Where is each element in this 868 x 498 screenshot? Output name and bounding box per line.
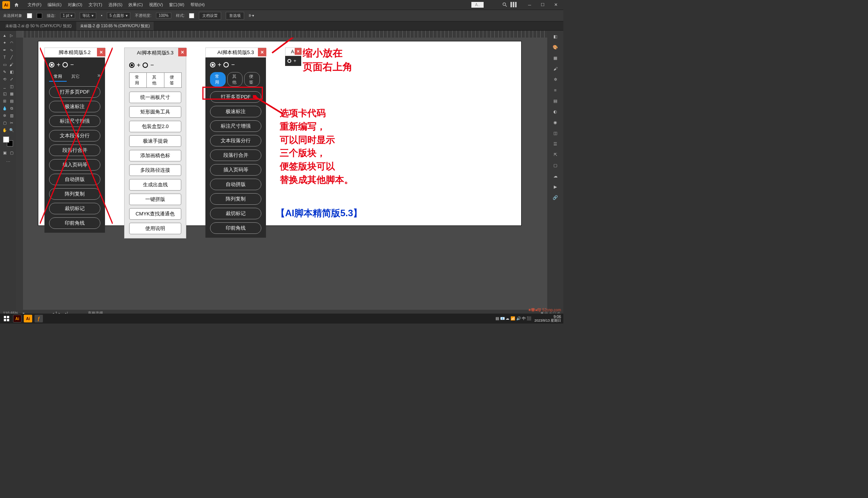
mesh-tool[interactable]: ⊞ (2, 98, 8, 104)
menu-type[interactable]: 文字(T) (85, 2, 105, 8)
asset-export-panel-icon[interactable]: ⇱ (551, 150, 560, 159)
btn-page-number[interactable]: 插入页码等 (210, 164, 261, 176)
btn-unify-artboard[interactable]: 统一画板尺寸 (129, 92, 181, 103)
tab-common[interactable]: 常用 (210, 72, 226, 87)
radio-icon[interactable] (287, 59, 291, 63)
btn-color-bar[interactable]: 添加画稿色标 (129, 150, 181, 161)
btn-round-corner[interactable]: 矩形圆角工具 (129, 106, 181, 118)
stroke-swatch[interactable] (37, 13, 42, 18)
prefs-button[interactable]: 首选项 (226, 12, 244, 20)
graphic-styles-panel-icon[interactable]: ◫ (551, 129, 560, 137)
top-search-box[interactable]: A.. (471, 2, 484, 8)
direct-selection-tool[interactable]: ▷ (8, 32, 15, 39)
align-icon[interactable]: ⊪▾ (249, 13, 254, 18)
menu-effect[interactable]: 效果(C) (125, 2, 146, 8)
canvas[interactable]: 脚本精简版5.2 × + − 常用 (23, 38, 547, 310)
links-panel-icon[interactable]: 🔗 (551, 193, 560, 202)
radio-off-icon[interactable] (223, 62, 229, 67)
menu-object[interactable]: 对象(O) (65, 2, 85, 8)
tab-common[interactable]: 常用 (129, 72, 147, 88)
taskbar-ai-1[interactable]: Ai (13, 315, 21, 322)
close-icon[interactable]: × (178, 48, 187, 56)
btn-cmyk-pantone[interactable]: CMYK查找潘通色 (129, 208, 181, 220)
menu-help[interactable]: 帮助(H) (187, 2, 208, 8)
tab-other[interactable]: 其他 (146, 72, 164, 88)
line-tool[interactable]: ╱ (8, 54, 15, 61)
fill-swatch[interactable] (27, 13, 32, 18)
symbols-panel-icon[interactable]: ✲ (551, 75, 560, 84)
btn-box-template[interactable]: 包装盒型2.0 (129, 121, 181, 132)
swatches-panel-icon[interactable]: ▦ (551, 54, 560, 62)
zoom-tool[interactable]: 🔍 (8, 127, 15, 133)
layers-panel-icon[interactable]: ☰ (551, 140, 560, 148)
menu-select[interactable]: 选择(S) (105, 2, 126, 8)
libraries-panel-icon[interactable]: ☁ (551, 172, 560, 180)
btn-crop-marks[interactable]: 裁切标记 (210, 208, 261, 219)
scale-tool[interactable]: ⤢ (8, 76, 15, 82)
magic-wand-tool[interactable]: ✦ (2, 39, 8, 46)
blend-tool[interactable]: ⧉ (8, 105, 15, 112)
type-tool[interactable]: T (2, 54, 8, 61)
minimize-button[interactable]: ─ (524, 2, 535, 8)
appearance-panel-icon[interactable]: ◉ (551, 118, 560, 127)
taskbar-ai-2[interactable]: Ai (24, 315, 32, 322)
btn-handbag[interactable]: 极速手提袋 (129, 135, 181, 147)
brushes-panel-icon[interactable]: 🖌 (551, 64, 560, 73)
tab-notes[interactable]: 便签 (164, 72, 182, 88)
menu-edit[interactable]: 编辑(E) (44, 2, 65, 8)
tab-notes[interactable]: 便签 (244, 72, 260, 87)
taskbar-app[interactable]: ƒ (34, 315, 43, 322)
menu-view[interactable]: 视图(V) (146, 2, 166, 8)
artboard-tool[interactable]: ▢ (2, 120, 8, 126)
artboards-panel-icon[interactable]: ▢ (551, 161, 560, 169)
properties-panel-icon[interactable]: ◧ (551, 32, 560, 41)
radio-on-icon[interactable] (129, 62, 135, 68)
search-icon[interactable] (502, 2, 507, 8)
stroke-weight-dropdown[interactable]: 1 pt ▾ (60, 13, 75, 18)
transparency-panel-icon[interactable]: ◐ (551, 107, 560, 116)
shape-builder-tool[interactable]: ◱ (2, 90, 8, 97)
gradient-tool[interactable]: ▤ (8, 98, 15, 104)
menu-file[interactable]: 文件(F) (25, 2, 44, 8)
btn-manual[interactable]: 使用说明 (129, 223, 181, 234)
opacity-dropdown[interactable]: 100% (156, 13, 171, 18)
eyedropper-tool[interactable]: 💧 (2, 105, 8, 112)
tab-other[interactable]: 其他 (227, 72, 243, 87)
document-tab-1[interactable]: 未标题-2.ai @ 50 % (CMYK/CPU 预览) (2, 22, 75, 30)
color-picker[interactable] (3, 136, 13, 146)
actions-panel-icon[interactable]: ▶ (551, 182, 560, 191)
maximize-button[interactable]: ☐ (537, 2, 548, 8)
close-icon[interactable]: × (258, 48, 266, 56)
btn-dim-enhanced[interactable]: 标注尺寸增强 (210, 120, 261, 132)
edit-toolbar-icon[interactable]: ⋯ (5, 158, 11, 165)
btn-join-paths[interactable]: 多段路径连接 (129, 164, 181, 176)
home-icon[interactable] (13, 2, 20, 8)
tray-icons[interactable]: ▤ 📧 ☁ 📶 🔊 中 ⬛ (496, 316, 532, 321)
lasso-tool[interactable]: ◠ (8, 39, 15, 46)
style-swatch[interactable] (189, 13, 194, 18)
btn-array-copy[interactable]: 阵列复制 (210, 193, 261, 205)
radio-off-icon[interactable] (143, 62, 148, 68)
hand-tool[interactable]: ✋ (2, 127, 8, 133)
slice-tool[interactable]: ✂ (8, 120, 15, 126)
menu-window[interactable]: 窗口(W) (166, 2, 187, 8)
pen-tool[interactable]: ✒ (2, 47, 8, 53)
width-tool[interactable]: ⎯ (2, 83, 8, 90)
symbol-sprayer-tool[interactable]: ✲ (2, 112, 8, 119)
radio-on-icon[interactable] (210, 62, 215, 67)
gradient-panel-icon[interactable]: ▤ (551, 97, 560, 105)
graph-tool[interactable]: ▥ (8, 112, 15, 119)
arrange-docs-icon[interactable] (510, 2, 517, 8)
brush-tool[interactable]: 🖌 (8, 61, 15, 68)
close-button[interactable]: ✕ (550, 2, 561, 8)
btn-para-merge[interactable]: 段落行合并 (210, 150, 261, 161)
document-tab-2[interactable]: 未标题-2 @ 110.65 % (CMYK/CPU 预览) (76, 22, 154, 30)
perspective-tool[interactable]: ▦ (8, 90, 15, 97)
btn-one-click-impose[interactable]: 一键拼版 (129, 194, 181, 205)
uniform-dropdown[interactable]: 等比 ▾ (80, 12, 96, 19)
rotate-tool[interactable]: ⟲ (2, 76, 8, 82)
btn-auto-impose[interactable]: 自动拼版 (210, 179, 261, 190)
shaper-tool[interactable]: ✎ (2, 69, 8, 75)
color-panel-icon[interactable]: 🎨 (551, 43, 560, 51)
btn-text-break[interactable]: 文本段落分行 (210, 135, 261, 146)
